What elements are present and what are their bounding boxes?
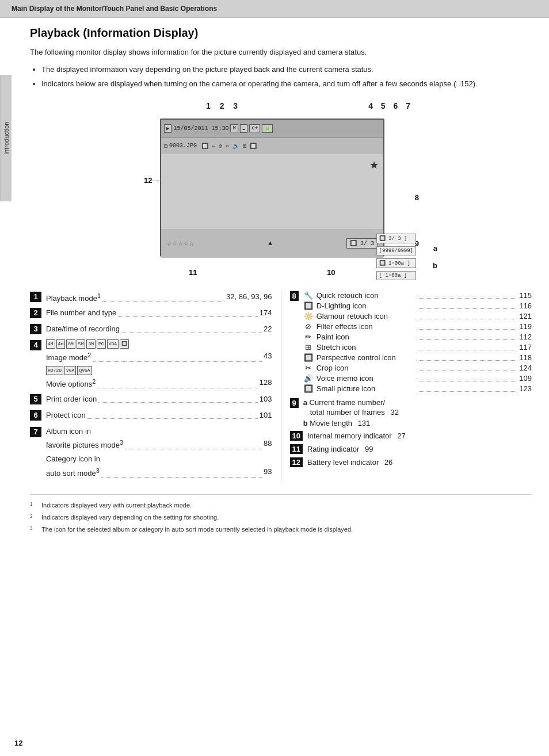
ref-row-7: 7 Album icon in favorite pictures mode3 … [30,426,272,479]
bullet-list: The displayed information vary depending… [41,64,532,90]
line-12 [151,181,160,181]
frame-label-b: [9999/9999] [376,246,416,255]
img-mode-4: 5M [77,339,86,349]
ref-row-6: 6 Protect icon 101 [30,410,272,422]
diagram-num-11: 11 [189,268,197,277]
img-mode-7: VGA [107,339,119,349]
paint-label: Paint icon [317,333,416,341]
footnote-num-2: 2 [30,513,39,522]
image-mode-icons: 4M 4m 8M 5M 3M PC VGA 🔲 [46,339,272,349]
frame-label-c: 🔲 1▫00a ] [376,258,416,268]
footnote-1: 1 Indicators displayed vary with current… [30,501,532,510]
img-mode-2: 4m [56,339,66,349]
camera-main-area: ★ [161,154,383,229]
rating-stars: ☆ ☆ ☆ ☆ ☆ [167,239,194,248]
sidebar-introduction: Introduction [0,75,12,201]
ref-num-6: 6 [30,410,41,421]
ref-8-voice-memo: 🔊 Voice memo icon 109 [303,374,532,383]
diagram-label-b: b [433,261,437,270]
ref-12-content: Battery level indicator 26 [307,458,532,467]
ref-num-7: 7 [30,427,41,437]
ref-8-glamour: 🔆 Glamour retouch icon 121 [303,312,532,320]
ref-9-content: a Current frame number/ total number of … [303,398,532,427]
ref-content-6: Protect icon 101 [46,410,272,421]
stretch-label: Stretch icon [317,343,416,352]
ref-content-5: Print order icon 103 [46,394,272,405]
sidebar-label: Introduction [3,121,10,154]
ref-row-5: 5 Print order icon 103 [30,394,272,406]
camera-diagram: 1 2 3 4 5 6 7 ▶ 15/05/2011 15:30 M ☁ e+ … [114,101,448,280]
camera-screen: ▶ 15/05/2011 15:30 M ☁ e+ 🔋 ⊟ 0003.JPG 🔲… [160,119,384,257]
ref-num-10: 10 [290,431,303,441]
img-mode-6: PC [97,339,106,349]
ref-num-8: 8 [290,291,299,301]
movie-options-icons: HD720 VGA QVGA [46,366,272,375]
bullet-item-2: Indicators below are displayed when turn… [41,78,532,90]
ref-num-4: 4 [30,340,41,350]
filter-effects-icon: ⊘ [303,322,314,331]
small-picture-icon: 🔲 [303,384,314,393]
header-bar: Main Display of the Monitor/Touch Panel … [0,0,549,18]
ref-section-8: 8 🔧 Quick retouch icon 115 🔲 D-Ligh [290,291,532,395]
ref-8-dlighting: 🔲 D-Lighting icon 116 [303,301,532,310]
dlighting-icon: 🔲 [303,301,314,310]
movie-mode-1: HD720 [46,366,63,375]
ref-row-1: 1 Playback mode1 32, 86, 93, 96 [30,291,272,304]
cam-icon-g: 🔲 [250,143,257,150]
perspective-label: Perspective control icon [317,353,416,362]
quick-retouch-label: Quick retouch icon [317,291,416,300]
mode-icon-3: e+ [249,124,260,132]
ref-num-1: 1 [30,292,41,302]
ref-num-9: 9 [290,398,299,408]
star-favorite-icon: ★ [369,159,379,171]
mode-icon-1: M [230,124,238,132]
diagram-top-left-labels: 1 2 3 [206,101,241,110]
ref-num-11: 11 [290,444,303,454]
bullet-item-1: The displayed information vary depending… [41,64,532,75]
left-ref-col: 1 Playback mode1 32, 86, 93, 96 2 File n… [30,291,281,483]
intro-paragraph: The following monitor display shows info… [30,47,532,58]
movie-mode-2: VGA [64,366,76,375]
right-ref-col: 8 🔧 Quick retouch icon 115 🔲 D-Ligh [281,291,532,483]
small-picture-label: Small picture icon [317,384,416,393]
cam-icon-a: 🔲 [201,143,208,150]
ref-num-3: 3 [30,324,41,334]
ref-num-2: 2 [30,308,41,318]
ref-row-2: 2 File number and type 174 [30,307,272,320]
ref-content-2: File number and type 174 [46,307,272,319]
page-number: 12 [14,739,22,747]
footnote-2: 2 Indicators displayed vary depending on… [30,513,532,522]
ref-row-3: 3 Date/time of recording 22 [30,323,272,336]
page-title: Playback (Information Display) [30,26,532,40]
voice-memo-label: Voice memo icon [317,374,416,383]
cam-icon-f: ⊞ [243,143,246,150]
camera-icons-row: 🔲 ✏ ⊘ ✂ 🔊 ⊞ 🔲 [201,143,257,150]
ref-8-stretch: ⊞ Stretch icon 117 [303,343,532,352]
stretch-icon: ⊞ [303,343,314,352]
cam-icon-c: ⊘ [219,143,222,150]
ref-section-12: 12 Battery level indicator 26 [290,457,532,467]
scroll-indicator: ▲ [268,240,272,247]
footnote-3: 3 The icon for the selected album or cat… [30,525,532,534]
diagram-top-right-labels: 4 5 6 7 [368,101,413,110]
ref-10-content: Internal memory indicator 27 [307,432,532,440]
glamour-retouch-icon: 🔆 [303,312,314,320]
img-mode-8: 🔲 [120,339,129,349]
diagram-num-10: 10 [327,268,335,277]
quick-retouch-icon: 🔧 [303,291,314,300]
ref-8-items: 🔧 Quick retouch icon 115 🔲 D-Lighting ic… [303,291,532,395]
ref-content-3: Date/time of recording 22 [46,323,272,335]
ref-8-small-picture: 🔲 Small picture icon 123 [303,384,532,393]
ref-num-5: 5 [30,394,41,404]
ref-8-quick-retouch: 🔧 Quick retouch icon 115 [303,291,532,300]
crop-label: Crop icon [317,364,416,372]
img-mode-3: 8M [66,339,75,349]
cam-icon-d: ✂ [226,143,229,150]
camera-top-bar: ▶ 15/05/2011 15:30 M ☁ e+ 🔋 [161,120,383,138]
header-title: Main Display of the Monitor/Touch Panel … [12,5,217,13]
ref-content-4: 4M 4m 8M 5M 3M PC VGA 🔲 Image mode2 43 [46,339,272,390]
camera-date-time: 15/05/2011 15:30 [173,125,228,132]
ref-section-10: 10 Internal memory indicator 27 [290,431,532,441]
battery-icon: ⊟ [164,143,167,150]
voice-memo-icon: 🔊 [303,374,314,383]
